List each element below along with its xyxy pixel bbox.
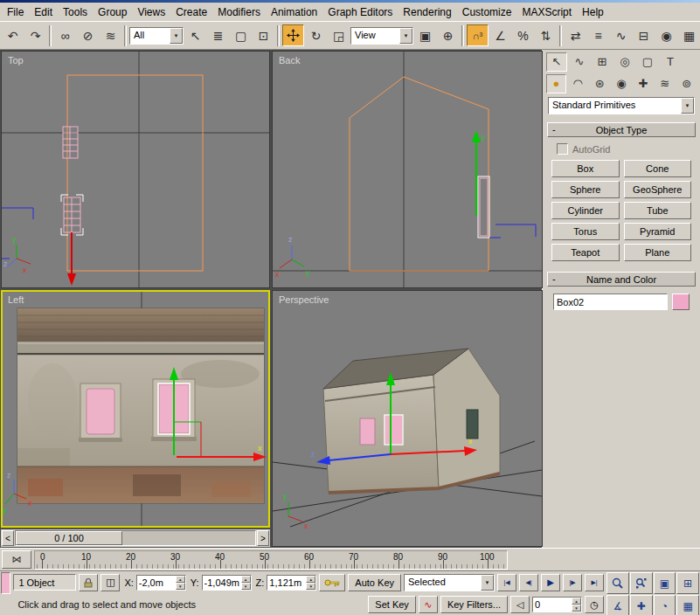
viewport-label[interactable]: Back	[279, 55, 301, 66]
viewport-top[interactable]: Top y z x	[1, 51, 270, 288]
category-geometry[interactable]: ●	[546, 74, 566, 93]
key-filters-button[interactable]: Key Filters...	[440, 596, 508, 613]
zoom-extents-button[interactable]: ▣	[654, 572, 676, 594]
selection-lock-toggle[interactable]	[79, 574, 98, 591]
tab-hierarchy[interactable]: ⊞	[592, 52, 613, 72]
viewport-left[interactable]: x Left z y x	[1, 290, 270, 528]
primitive-category-dropdown[interactable]: Standard Primitives ▼	[548, 97, 695, 114]
select-and-scale-button[interactable]: ◲	[328, 24, 350, 46]
macro-recorder-line[interactable]	[1, 572, 10, 594]
object-name-field[interactable]	[554, 294, 667, 309]
select-and-move-button[interactable]	[282, 24, 304, 46]
viewport-label[interactable]: Top	[8, 55, 24, 66]
menu-graph-editors[interactable]: Graph Editors	[322, 4, 398, 20]
tab-motion[interactable]: ◎	[614, 52, 635, 72]
x-coord-spinner[interactable]: ▴▾	[176, 576, 185, 590]
menu-rendering[interactable]: Rendering	[398, 4, 456, 20]
sphere-button[interactable]: Sphere	[551, 181, 620, 198]
play-animation-button[interactable]: ▶	[541, 574, 560, 591]
category-helpers[interactable]: ✚	[633, 74, 653, 93]
category-cameras[interactable]: ◉	[612, 74, 632, 93]
maxscript-mini-listener[interactable]	[0, 571, 11, 615]
field-of-view-button[interactable]: ∡	[606, 595, 629, 615]
select-by-name-button[interactable]: ≣	[207, 24, 229, 46]
mirror-button[interactable]: ⇄	[565, 24, 586, 46]
z-coord-field[interactable]	[267, 576, 306, 590]
cone-button[interactable]: Cone	[624, 160, 692, 177]
zoom-all-button[interactable]	[630, 572, 653, 594]
set-keys-button[interactable]	[319, 574, 345, 591]
previous-frame-arrow[interactable]: <	[2, 530, 14, 546]
previous-frame-button[interactable]: ◀|	[519, 574, 538, 591]
rectangular-selection-region-button[interactable]: ▢	[230, 24, 252, 46]
curve-editor-button[interactable]: ∿	[610, 24, 632, 46]
geosphere-button[interactable]: GeoSphere	[624, 181, 692, 198]
pan-view-button[interactable]: ✚	[630, 595, 653, 615]
y-coord-field[interactable]	[203, 576, 241, 590]
time-configuration-button[interactable]: ◷	[585, 596, 604, 613]
teapot-button[interactable]: Teapot	[551, 244, 620, 261]
go-to-start-button[interactable]: |◀	[497, 574, 516, 591]
percent-snap-toggle[interactable]: %	[512, 24, 534, 46]
time-slider-handle[interactable]: 0 / 100	[16, 531, 122, 545]
tab-create[interactable]: ↖	[546, 52, 567, 72]
torus-button[interactable]: Torus	[551, 223, 620, 240]
unlink-selection-button[interactable]: ⊘	[77, 24, 99, 46]
menu-edit[interactable]: Edit	[29, 4, 58, 20]
bind-to-space-warp-button[interactable]: ≋	[100, 24, 121, 46]
undo-button[interactable]: ↶	[2, 24, 24, 46]
pyramid-button[interactable]: Pyramid	[624, 223, 692, 240]
next-frame-button[interactable]: |▶	[563, 574, 582, 591]
viewport-back[interactable]: y Back z x y	[272, 51, 543, 288]
category-systems[interactable]: ⊚	[676, 74, 697, 93]
align-button[interactable]: ≡	[587, 24, 609, 46]
key-filter-set-dropdown[interactable]: Selected ▼	[404, 574, 495, 591]
tab-display[interactable]: ▢	[637, 52, 658, 72]
menu-help[interactable]: Help	[577, 4, 609, 20]
tab-utilities[interactable]: T	[660, 52, 681, 72]
redo-button[interactable]: ↷	[24, 24, 46, 46]
go-to-end-button[interactable]: ▶|	[585, 574, 604, 591]
zoom-button[interactable]	[606, 572, 629, 594]
menu-group[interactable]: Group	[93, 4, 132, 20]
absolute-offset-mode-toggle[interactable]: ◫	[100, 574, 120, 591]
selection-filter-dropdown[interactable]: All ▼	[129, 27, 184, 45]
z-coord-spinner[interactable]: ▴▾	[306, 576, 315, 590]
select-and-manipulate-button[interactable]: ⊕	[437, 24, 459, 46]
window-crossing-toggle[interactable]: ⊡	[253, 24, 274, 46]
select-and-link-button[interactable]: ∞	[54, 24, 76, 46]
y-coord-spinner[interactable]: ▴▾	[241, 576, 251, 590]
category-space-warps[interactable]: ≋	[655, 74, 675, 93]
category-lights[interactable]: ⊛	[590, 74, 610, 93]
tab-modify[interactable]: ∿	[569, 52, 590, 72]
object-type-rollout-header[interactable]: - Object Type	[547, 122, 696, 137]
set-key-button[interactable]: Set Key	[368, 596, 416, 613]
next-frame-arrow[interactable]: >	[257, 530, 269, 546]
key-mode-toggle[interactable]: ◁	[510, 596, 530, 613]
box-button[interactable]: Box	[551, 160, 620, 177]
menu-maxscript[interactable]: MAXScript	[516, 4, 577, 20]
menu-views[interactable]: Views	[132, 4, 170, 20]
current-frame-field[interactable]	[533, 598, 572, 612]
angle-snap-toggle[interactable]: ∠	[489, 24, 511, 46]
name-color-rollout-header[interactable]: - Name and Color	[547, 272, 696, 287]
select-and-rotate-button[interactable]: ↻	[305, 24, 327, 46]
render-setup-button[interactable]: ▦	[678, 24, 700, 46]
viewport-perspective[interactable]: x z Perspective y x	[272, 290, 543, 547]
maximize-viewport-toggle[interactable]: ▦	[676, 595, 699, 615]
category-shapes[interactable]: ◠	[568, 74, 588, 93]
track-bar-ruler[interactable]: 0 10 20 30 40 50 60 70 80 90 100	[34, 550, 508, 570]
tube-button[interactable]: Tube	[624, 202, 692, 219]
material-editor-button[interactable]: ◉	[655, 24, 677, 46]
menu-modifiers[interactable]: Modifiers	[212, 4, 266, 20]
plane-button[interactable]: Plane	[624, 244, 692, 261]
time-slider-track[interactable]: 0 / 100	[15, 530, 256, 546]
snaps-toggle-button[interactable]: ∩³	[467, 24, 489, 46]
spinner-snap-toggle[interactable]: ⇅	[535, 24, 557, 46]
auto-key-button[interactable]: Auto Key	[348, 574, 401, 591]
menu-tools[interactable]: Tools	[58, 4, 93, 20]
cylinder-button[interactable]: Cylinder	[551, 202, 620, 219]
use-pivot-point-center-button[interactable]: ▣	[414, 24, 436, 46]
viewport-label[interactable]: Left	[8, 294, 24, 305]
viewport-label[interactable]: Perspective	[279, 294, 329, 305]
